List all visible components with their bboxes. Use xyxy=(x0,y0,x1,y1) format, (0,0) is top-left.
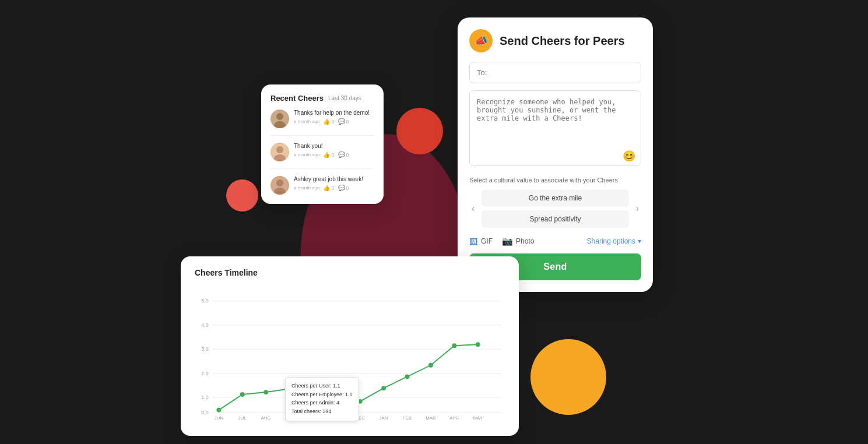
chart-container: 5.0 4.0 3.0 2.0 1.0 0.0 JUN JUL AUG SEP … xyxy=(195,287,505,427)
camera-icon: 📷 xyxy=(502,236,513,246)
svg-point-1 xyxy=(276,113,283,120)
comment-icon: 💬 xyxy=(338,118,345,125)
prev-value-button[interactable]: ‹ xyxy=(469,203,477,214)
svg-text:3.0: 3.0 xyxy=(201,346,208,352)
cultural-values: ‹ Go the extra mile Spread positivity › xyxy=(469,189,641,228)
cheers-time-3: a month ago xyxy=(294,185,319,191)
recent-cheers-header: Recent Cheers Last 30 days xyxy=(270,94,374,103)
comment-icon-3: 💬 xyxy=(338,185,345,191)
svg-point-4 xyxy=(276,146,283,153)
comment-reaction-1: 💬 0 xyxy=(338,118,349,125)
comment-reaction-2: 💬 0 xyxy=(338,151,349,158)
cheers-content-1: Thanks for help on the demo! a month ago… xyxy=(294,110,374,125)
cheers-reactions-3: 👍 0 💬 0 xyxy=(323,185,349,191)
recent-cheers-title: Recent Cheers xyxy=(270,94,324,103)
comment-reaction-3: 💬 0 xyxy=(338,185,349,191)
values-list: Go the extra mile Spread positivity xyxy=(482,189,628,228)
send-cheers-card: 📣 Send Cheers for Peers 😊 Select a cultu… xyxy=(458,17,653,292)
thumb-up-icon-2: 👍 xyxy=(323,151,330,158)
cheers-text-3: Ashley great job this week! xyxy=(294,176,374,182)
svg-point-37 xyxy=(311,391,315,396)
to-input[interactable] xyxy=(469,62,641,83)
svg-text:1.0: 1.0 xyxy=(201,394,208,400)
svg-point-33 xyxy=(216,408,221,413)
svg-text:DEC: DEC xyxy=(355,415,365,421)
timeline-title: Cheers Timeline xyxy=(195,268,505,277)
svg-point-35 xyxy=(263,390,268,394)
sharing-row: 🖼 GIF 📷 Photo Sharing options ▾ xyxy=(469,236,641,246)
cheers-item-1: Thanks for help on the demo! a month ago… xyxy=(270,110,374,136)
svg-text:MAR: MAR xyxy=(426,415,436,421)
like-reaction-1: 👍 0 xyxy=(323,118,334,125)
svg-text:4.0: 4.0 xyxy=(201,322,208,328)
send-cheers-title: Send Cheers for Peers xyxy=(500,34,625,48)
decorative-circle-red-large xyxy=(226,179,258,212)
svg-text:5.0: 5.0 xyxy=(201,298,208,304)
recent-cheers-subtitle: Last 30 days xyxy=(328,95,361,101)
timeline-card: Cheers Timeline 5.0 4.0 3.0 2.0 1.0 0.0 … xyxy=(181,256,519,436)
svg-text:FEB: FEB xyxy=(403,415,412,421)
svg-text:JUN: JUN xyxy=(215,415,224,421)
avatar-1 xyxy=(270,110,289,128)
decorative-circle-red-small xyxy=(396,108,443,154)
decorative-circle-orange xyxy=(530,339,606,415)
cultural-label: Select a cultural value to associate wit… xyxy=(469,177,641,184)
sharing-options-button[interactable]: Sharing options ▾ xyxy=(587,237,641,245)
thumb-up-icon: 👍 xyxy=(323,118,330,125)
send-icon-circle: 📣 xyxy=(469,29,493,52)
next-value-button[interactable]: › xyxy=(634,203,641,214)
svg-text:JUL: JUL xyxy=(238,415,247,421)
gif-button[interactable]: 🖼 GIF xyxy=(469,237,493,246)
cheers-content-2: Thank you! a month ago 👍 0 💬 0 xyxy=(294,143,374,158)
cheers-meta-2: a month ago 👍 0 💬 0 xyxy=(294,151,374,158)
emoji-icon[interactable]: 😊 xyxy=(623,150,635,163)
svg-text:0.0: 0.0 xyxy=(201,410,208,415)
svg-point-44 xyxy=(476,342,480,347)
like-reaction-3: 👍 0 xyxy=(323,185,334,191)
like-reaction-2: 👍 0 xyxy=(323,151,334,158)
svg-point-34 xyxy=(240,392,245,397)
svg-text:NOV: NOV xyxy=(332,415,342,421)
cheers-meta-3: a month ago 👍 0 💬 0 xyxy=(294,185,374,191)
svg-point-42 xyxy=(428,363,433,368)
svg-point-7 xyxy=(276,179,283,186)
svg-point-43 xyxy=(452,343,456,348)
cheers-reactions-2: 👍 0 💬 0 xyxy=(323,151,349,158)
svg-point-39 xyxy=(358,399,363,404)
cheers-reactions-1: 👍 0 💬 0 xyxy=(323,118,349,125)
svg-text:AUG: AUG xyxy=(261,415,271,421)
chevron-down-icon: ▾ xyxy=(638,237,641,245)
value-chip-1[interactable]: Go the extra mile xyxy=(482,189,628,207)
cheers-time-2: a month ago xyxy=(294,152,319,157)
send-cheers-header: 📣 Send Cheers for Peers xyxy=(469,29,641,52)
comment-icon-2: 💬 xyxy=(338,151,345,158)
svg-point-36 xyxy=(287,386,292,391)
avatar-2 xyxy=(270,143,289,161)
gif-icon: 🖼 xyxy=(469,237,478,246)
thumb-up-icon-3: 👍 xyxy=(323,185,330,191)
value-chip-2[interactable]: Spread positivity xyxy=(482,210,628,228)
svg-text:OCT: OCT xyxy=(308,415,318,421)
cheers-text-2: Thank you! xyxy=(294,143,374,149)
svg-text:MAY: MAY xyxy=(473,415,483,421)
message-wrapper: 😊 xyxy=(469,90,641,168)
svg-text:APR: APR xyxy=(449,415,459,421)
svg-text:SEP: SEP xyxy=(285,415,294,421)
svg-point-41 xyxy=(405,375,410,379)
svg-text:2.0: 2.0 xyxy=(201,371,208,376)
message-textarea[interactable] xyxy=(469,90,641,166)
svg-point-38 xyxy=(334,394,339,399)
megaphone-icon: 📣 xyxy=(475,34,487,47)
cheers-meta-1: a month ago 👍 0 💬 0 xyxy=(294,118,374,125)
avatar-3 xyxy=(270,176,289,195)
svg-text:JAN: JAN xyxy=(379,415,388,421)
cheers-item-2: Thank you! a month ago 👍 0 💬 0 xyxy=(270,143,374,169)
cheers-content-3: Ashley great job this week! a month ago … xyxy=(294,176,374,191)
svg-point-40 xyxy=(381,386,386,390)
cheers-item-3: Ashley great job this week! a month ago … xyxy=(270,176,374,195)
chart-svg: 5.0 4.0 3.0 2.0 1.0 0.0 JUN JUL AUG SEP … xyxy=(195,287,505,427)
photo-button[interactable]: 📷 Photo xyxy=(502,236,534,246)
cheers-text-1: Thanks for help on the demo! xyxy=(294,110,374,116)
cheers-time-1: a month ago xyxy=(294,119,319,124)
recent-cheers-card: Recent Cheers Last 30 days Thanks for he… xyxy=(261,84,384,204)
